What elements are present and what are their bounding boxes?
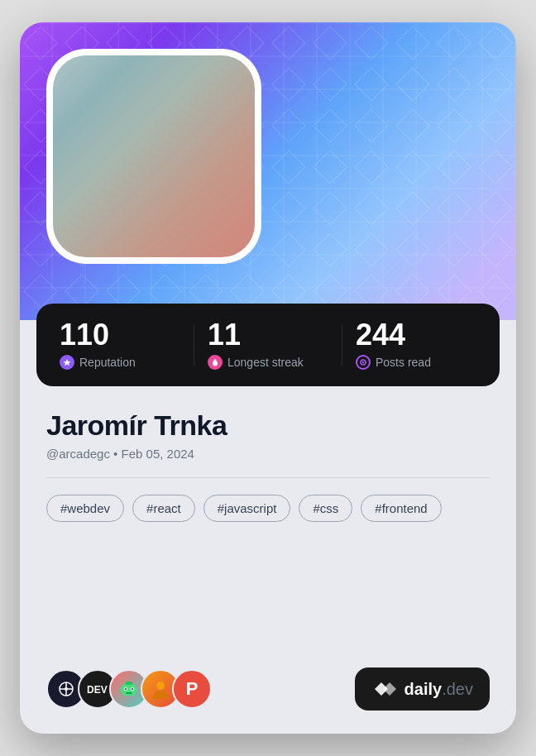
stat-posts: 244 Posts read (356, 320, 476, 370)
avatar-wrapper (46, 49, 261, 264)
tag-javascript[interactable]: #javascript (203, 495, 291, 522)
profile-username: @arcadegc (46, 447, 110, 461)
svg-rect-16 (121, 687, 122, 692)
svg-point-14 (132, 688, 133, 690)
reputation-label: Reputation (79, 356, 136, 369)
stat-reputation: 110 Reputation (60, 320, 180, 370)
avatar (53, 55, 255, 257)
stat-divider-2 (342, 324, 342, 366)
svg-rect-17 (136, 687, 137, 692)
svg-point-7 (65, 687, 68, 691)
bottom-row: DEV (20, 667, 516, 734)
svg-marker-1 (64, 359, 71, 366)
daily-dev-icon (371, 679, 398, 699)
tag-frontend[interactable]: #frontend (361, 495, 441, 522)
tags-row: #webdev #react #javascript #css #fronten… (46, 495, 490, 522)
profile-banner (20, 22, 516, 320)
daily-dev-text: daily.dev (404, 680, 473, 699)
profile-card: 110 Reputation 11 Longest streak (20, 22, 516, 734)
daily-dev-logo: daily.dev (355, 667, 490, 711)
profile-name: Jaromír Trnka (46, 409, 490, 442)
tag-css[interactable]: #css (299, 495, 352, 522)
reputation-icon (60, 355, 74, 370)
stat-streak: 11 Longest streak (208, 320, 328, 370)
tag-react[interactable]: #react (132, 495, 195, 522)
squad-icon-p[interactable]: P (172, 669, 212, 709)
meta-separator: • (113, 447, 121, 461)
profile-section: Jaromír Trnka @arcadegc • Feb 05, 2024 #… (20, 386, 516, 667)
streak-value: 11 (208, 320, 328, 350)
svg-point-3 (362, 361, 364, 363)
svg-point-18 (156, 682, 165, 690)
reputation-value: 110 (60, 320, 180, 350)
streak-label: Longest streak (227, 356, 304, 369)
svg-text:DEV: DEV (87, 684, 108, 695)
posts-label: Posts read (376, 356, 431, 369)
stats-bar: 110 Reputation 11 Longest streak (36, 304, 500, 386)
svg-rect-15 (126, 692, 132, 694)
streak-label-row: Longest streak (208, 355, 328, 370)
reputation-label-row: Reputation (60, 355, 180, 370)
svg-rect-10 (126, 682, 132, 685)
profile-join-date: Feb 05, 2024 (122, 447, 194, 461)
streak-icon (208, 355, 223, 370)
posts-label-row: Posts read (356, 355, 476, 370)
posts-icon (356, 355, 371, 370)
profile-divider (46, 477, 490, 478)
svg-point-13 (125, 688, 127, 690)
profile-meta: @arcadegc • Feb 05, 2024 (46, 447, 490, 461)
tag-webdev[interactable]: #webdev (46, 495, 124, 522)
stat-divider-1 (194, 324, 194, 366)
posts-value: 244 (356, 320, 476, 350)
squad-icons: DEV (46, 669, 203, 709)
